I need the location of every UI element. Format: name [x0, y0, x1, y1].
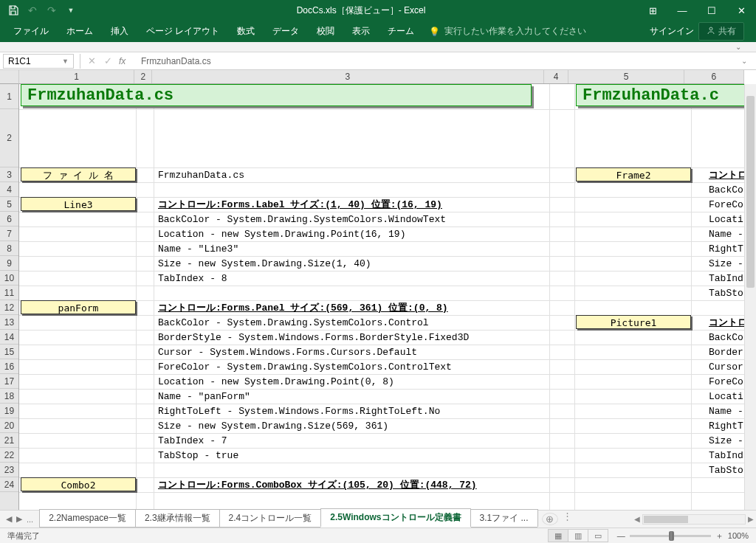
view-normal-icon[interactable]: ▦ — [548, 529, 568, 542]
status-ready: 準備完了 — [7, 530, 549, 542]
zoom-control: — ＋ 100% — [617, 530, 749, 542]
tell-me-search[interactable]: 💡 実行したい作業を入力してください — [423, 25, 592, 38]
row-header[interactable]: 16 — [0, 359, 18, 374]
hscroll-thumb[interactable] — [644, 516, 688, 523]
sheet-tab[interactable]: 3.1ファイ ... — [470, 509, 538, 527]
zoom-slider[interactable] — [630, 535, 711, 537]
vertical-scrollbar[interactable] — [744, 84, 756, 510]
scroll-left-icon[interactable]: ◀ — [632, 515, 642, 523]
tab-nav-ellipsis[interactable]: ... — [27, 515, 33, 524]
row-header[interactable]: 5 — [0, 197, 18, 212]
cell-r20c6: RightT — [706, 419, 744, 434]
svg-point-0 — [709, 27, 712, 30]
share-button[interactable]: 共有 — [698, 22, 744, 41]
expand-formula-icon[interactable]: ⌄ — [741, 57, 756, 65]
column-header[interactable]: 4 — [544, 70, 569, 83]
column-header[interactable]: 1 — [19, 70, 134, 83]
qat-dropdown-icon[interactable]: ▼ — [62, 2, 80, 18]
row-header[interactable]: 13 — [0, 315, 18, 330]
tab-data[interactable]: データ — [264, 21, 308, 42]
tab-team[interactable]: チーム — [379, 21, 423, 42]
sheet-tab-active[interactable]: 2.5Windowsコントロール定義書 — [320, 508, 470, 528]
view-pagelayout-icon[interactable]: ▥ — [568, 529, 588, 542]
chevron-down-icon[interactable]: ▼ — [62, 58, 69, 65]
sheet-tab[interactable]: 2.3継承情報一覧 — [135, 509, 220, 527]
enter-formula-icon[interactable]: ✓ — [100, 55, 116, 66]
column-header[interactable]: 5 — [568, 70, 684, 83]
row-header[interactable]: 1 — [0, 84, 18, 109]
redo-icon[interactable]: ↷ — [43, 2, 61, 18]
tab-formulas[interactable]: 数式 — [228, 21, 264, 42]
row-header[interactable]: 9 — [0, 256, 18, 271]
cell-r21c3: TabIndex - 7 — [155, 434, 230, 449]
ribbon-collapse-bar[interactable]: ⌄ — [0, 42, 756, 52]
tab-home[interactable]: ホーム — [58, 21, 102, 42]
maximize-icon[interactable]: ☐ — [697, 0, 726, 21]
add-sheet-icon[interactable]: ⊕ — [542, 513, 558, 525]
select-all-corner[interactable] — [0, 70, 19, 84]
row-header[interactable]: 22 — [0, 448, 18, 463]
cell-r21c6: Size - — [706, 434, 744, 449]
sheet-tab[interactable]: 2.2Namespace一覧 — [39, 509, 136, 527]
minimize-icon[interactable]: — — [667, 0, 697, 21]
zoom-level[interactable]: 100% — [728, 531, 749, 540]
cell-r5c3: コントロール:Forms.Label サイズ:(1, 40) 位置:(16, 1… — [155, 198, 445, 212]
name-box[interactable]: R1C1 ▼ — [3, 54, 74, 69]
cell-r14c3: BorderStyle - System.Windows.Forms.Borde… — [155, 331, 472, 345]
scrollbar-thumb[interactable] — [746, 96, 755, 288]
tell-me-placeholder: 実行したい作業を入力してください — [444, 25, 586, 38]
cell-r9c3: Size - new System.Drawing.Size(1, 40) — [155, 257, 374, 272]
zoom-in-icon[interactable]: ＋ — [715, 530, 724, 542]
fx-label[interactable]: fx — [119, 56, 134, 66]
horizontal-scrollbar[interactable]: ◀ ▶ — [632, 511, 756, 528]
cell-r15c3: Cursor - System.Windows.Forms.Cursors.De… — [155, 345, 420, 360]
cancel-formula-icon[interactable]: ✕ — [83, 55, 100, 66]
row-header[interactable]: 6 — [0, 212, 18, 226]
row-header[interactable]: 2 — [0, 109, 18, 167]
tab-view[interactable]: 表示 — [343, 21, 379, 42]
row-header[interactable]: 4 — [0, 182, 18, 197]
tab-nav: ◀ ▶ ... — [0, 511, 39, 528]
cell-r14c6: BackCo — [706, 331, 744, 345]
tab-review[interactable]: 校閲 — [308, 21, 343, 42]
row-header[interactable]: 3 — [0, 167, 18, 182]
tab-nav-prev-icon[interactable]: ◀ — [6, 514, 12, 524]
row-header[interactable]: 12 — [0, 300, 18, 315]
cell-r13c3: BackColor - System.Drawing.SystemColors.… — [155, 316, 432, 331]
row-header[interactable]: 11 — [0, 286, 18, 300]
tab-file[interactable]: ファイル — [4, 21, 58, 42]
column-header[interactable]: 6 — [684, 70, 744, 83]
formula-input[interactable]: FrmzuhanData.cs — [137, 56, 741, 66]
cell-r22c3: TabStop - true — [155, 449, 241, 463]
row-header[interactable]: 20 — [0, 418, 18, 433]
title-block-right: FrmzuhanData.c — [576, 84, 744, 106]
undo-icon[interactable]: ↶ — [24, 2, 41, 18]
row-header[interactable]: 7 — [0, 226, 18, 241]
tab-nav-next-icon[interactable]: ▶ — [16, 514, 22, 524]
signin-link[interactable]: サインイン — [650, 25, 694, 38]
row-header[interactable]: 8 — [0, 241, 18, 256]
scroll-right-icon[interactable]: ▶ — [746, 515, 756, 523]
row-header[interactable]: 23 — [0, 463, 18, 477]
sheet-tab[interactable]: 2.4コントロール一覧 — [219, 509, 322, 527]
ribbon-options-icon[interactable]: ⊞ — [638, 0, 667, 21]
row-header[interactable]: 14 — [0, 330, 18, 345]
view-pagebreak-icon[interactable]: ▭ — [588, 529, 608, 542]
row-header[interactable]: 18 — [0, 389, 18, 404]
tab-insert[interactable]: 挿入 — [102, 21, 137, 42]
row-header[interactable]: 19 — [0, 404, 18, 418]
zoom-out-icon[interactable]: — — [617, 531, 625, 540]
row-header[interactable]: 17 — [0, 374, 18, 389]
cell-r10c6: TabInd — [706, 272, 744, 286]
column-header[interactable]: 3 — [152, 70, 544, 83]
save-icon[interactable] — [4, 2, 22, 18]
row-header[interactable]: 10 — [0, 271, 18, 286]
grid[interactable]: FrmzuhanData.cs FrmzuhanData.c フ ァ イ ル 名… — [19, 84, 744, 510]
row-header[interactable]: 21 — [0, 433, 18, 448]
tab-pagelayout[interactable]: ページ レイアウト — [137, 21, 228, 42]
row-header[interactable]: 15 — [0, 345, 18, 359]
close-icon[interactable]: ✕ — [726, 0, 756, 21]
row-header[interactable]: 24 — [0, 477, 18, 492]
column-header[interactable]: 2 — [134, 70, 152, 83]
cell-r18c6: Locati — [706, 390, 744, 404]
